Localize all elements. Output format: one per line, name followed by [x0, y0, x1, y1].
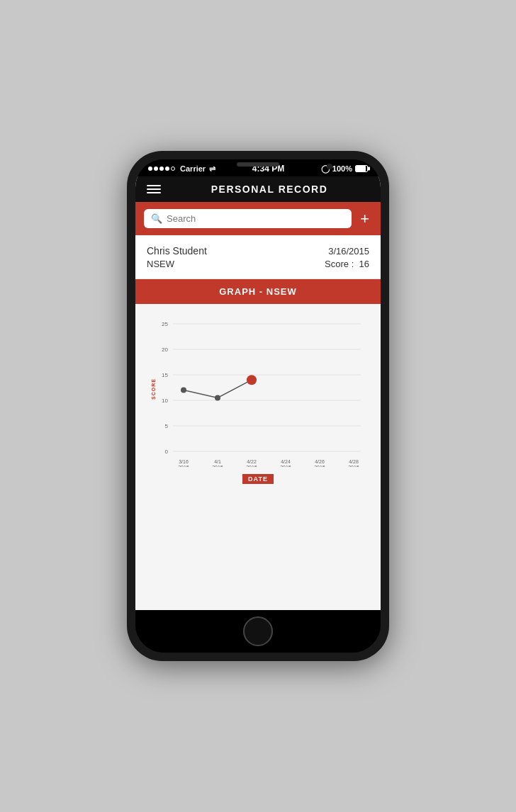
search-icon: 🔍 [151, 213, 162, 224]
svg-text:2015: 2015 [212, 465, 223, 467]
svg-text:4/24: 4/24 [281, 459, 291, 464]
svg-text:3/16: 3/16 [179, 459, 189, 464]
svg-text:4/26: 4/26 [315, 459, 325, 464]
svg-text:15: 15 [162, 372, 168, 378]
svg-text:5: 5 [165, 423, 169, 429]
record-type: NSEW [147, 259, 174, 269]
page-title: PERSONAL RECORD [169, 184, 369, 195]
record-score: Score : 16 [325, 259, 369, 269]
svg-text:4/28: 4/28 [349, 459, 359, 464]
chart-point-highlighted [247, 375, 257, 385]
search-input-wrapper[interactable]: 🔍 [144, 209, 352, 228]
signal-dot-2 [154, 167, 158, 171]
date-label-row: DATE [141, 471, 375, 484]
svg-text:2015: 2015 [246, 465, 257, 467]
svg-text:25: 25 [162, 321, 168, 327]
record-name: Chris Student [147, 245, 207, 256]
x-axis-label: DATE [242, 474, 274, 484]
svg-text:2015: 2015 [314, 465, 325, 467]
hamburger-line-2 [147, 188, 161, 190]
hamburger-line-3 [147, 192, 161, 193]
chart-point-1 [181, 388, 186, 393]
battery-icon [355, 165, 368, 172]
graph-section: GRAPH - NSEW SCORE 0 5 [135, 279, 381, 610]
record-bottom-row: NSEW Score : 16 [147, 259, 369, 269]
svg-text:2015: 2015 [178, 465, 189, 467]
home-button[interactable] [243, 616, 273, 646]
svg-text:0: 0 [165, 449, 169, 455]
score-label: Score : [325, 259, 354, 269]
svg-text:10: 10 [162, 397, 168, 404]
graph-area: SCORE 0 5 10 15 [135, 304, 381, 610]
svg-text:4/1: 4/1 [214, 459, 221, 464]
signal-dot-1 [148, 167, 152, 171]
svg-text:4/22: 4/22 [247, 459, 257, 464]
chart-svg: SCORE 0 5 10 15 [141, 311, 375, 467]
svg-text:2015: 2015 [280, 465, 291, 467]
app-content: PERSONAL RECORD 🔍 + Chris Student 3/16/2… [135, 176, 381, 610]
signal-dot-5 [171, 167, 175, 171]
search-bar-container: 🔍 + [135, 202, 381, 235]
record-date: 3/16/2015 [328, 246, 369, 256]
battery-label: 100% [332, 164, 352, 173]
hamburger-line-1 [147, 185, 161, 186]
score-value: 16 [359, 259, 369, 269]
record-top-row: Chris Student 3/16/2015 [147, 245, 369, 256]
carrier-label: Carrier [180, 164, 206, 173]
status-bar-left: Carrier ⇌ [148, 164, 215, 174]
phone-speaker [237, 162, 279, 167]
app-header: PERSONAL RECORD [135, 176, 381, 202]
search-input[interactable] [167, 213, 344, 224]
chart-point-2 [215, 395, 220, 400]
svg-text:20: 20 [162, 346, 168, 353]
phone-bottom [135, 610, 381, 653]
svg-text:SCORE: SCORE [151, 378, 156, 400]
phone-frame: Carrier ⇌ 4:34 PM ◯ 100% [127, 151, 389, 661]
add-button[interactable]: + [357, 211, 372, 227]
graph-title: GRAPH - NSEW [135, 279, 381, 304]
signal-dot-3 [159, 167, 164, 171]
record-item[interactable]: Chris Student 3/16/2015 NSEW Score : 16 [135, 235, 381, 279]
signal-dot-4 [165, 167, 169, 171]
svg-text:2015: 2015 [348, 465, 359, 467]
menu-button[interactable] [147, 185, 161, 193]
phone-screen: Carrier ⇌ 4:34 PM ◯ 100% [135, 159, 381, 653]
phone-camera [327, 164, 332, 169]
